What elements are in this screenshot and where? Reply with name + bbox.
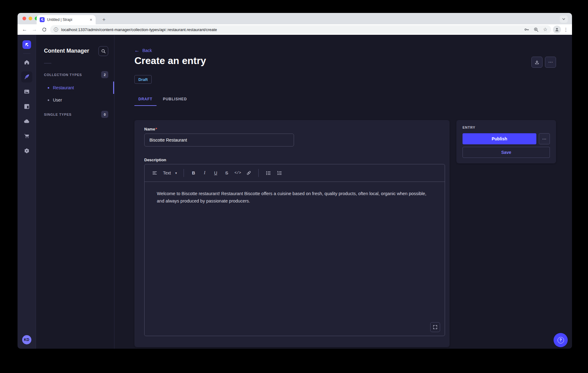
download-icon <box>534 60 539 65</box>
new-tab-button[interactable]: + <box>100 16 108 24</box>
home-icon <box>23 59 30 66</box>
browser-toolbar: ← → i localhost:1337/admin/content-manag… <box>18 24 572 35</box>
sidebar-item-home[interactable] <box>21 57 32 68</box>
sidebar-item-content-type-builder[interactable] <box>21 101 32 112</box>
help-button[interactable]: ? <box>554 333 568 347</box>
browser-menu-icon[interactable]: ⋮ <box>563 27 569 33</box>
section-collection-types: COLLECTION TYPES 2 <box>44 71 108 78</box>
numbered-list-icon <box>277 170 282 176</box>
entry-form-card: Name* Description Text ▾ <box>134 120 450 347</box>
toolbar-separator <box>258 169 259 177</box>
subnav-title: Content Manager <box>44 48 89 54</box>
browser-tab-active[interactable]: Untitled | Strapi × <box>37 15 96 24</box>
bulleted-list-icon <box>266 170 271 176</box>
strikethrough-button[interactable]: S <box>222 168 231 178</box>
more-actions-button[interactable]: ⋯ <box>545 57 556 68</box>
browser-window: Untitled | Strapi × + ← → i localhost:13… <box>18 13 572 349</box>
numbered-list-button[interactable] <box>275 168 284 178</box>
zoom-in-icon[interactable] <box>534 27 539 32</box>
block-style-dropdown[interactable]: Text ▾ <box>161 168 179 178</box>
cart-icon <box>23 133 30 139</box>
section-label: SINGLE TYPES <box>44 113 72 116</box>
name-field-label: Name* <box>144 127 157 131</box>
active-item-indicator <box>113 82 114 94</box>
section-label: COLLECTION TYPES <box>44 73 82 77</box>
publish-button[interactable]: Publish <box>463 133 536 144</box>
link-icon <box>246 170 252 176</box>
sidebar-item-content-manager[interactable] <box>21 71 32 82</box>
main-nav: KD <box>18 35 36 349</box>
tab-title: Untitled | Strapi <box>47 18 86 22</box>
macos-traffic-lights <box>22 17 38 20</box>
status-badge: Draft <box>134 75 152 84</box>
toolbar-separator <box>184 169 184 177</box>
bullet-icon <box>48 99 49 101</box>
reload-icon[interactable] <box>40 26 48 34</box>
back-arrow-icon: ← <box>134 48 140 53</box>
expand-editor-button[interactable] <box>430 322 440 332</box>
export-button[interactable] <box>531 57 542 68</box>
browser-forward-button[interactable]: → <box>30 26 38 34</box>
expand-icon <box>433 325 437 329</box>
tab-published[interactable]: PUBLISHED <box>159 94 191 106</box>
description-field-label: Description <box>144 158 440 162</box>
sidebar-item-restaurant[interactable]: Restaurant <box>36 82 114 94</box>
sidebar-item-marketplace[interactable] <box>21 130 32 142</box>
nav-divider <box>23 53 30 54</box>
close-window-button[interactable] <box>22 17 26 20</box>
media-library-icon <box>23 88 30 95</box>
sidebar-item-label: User <box>53 98 62 102</box>
sidebar-item-label: Restaurant <box>53 85 74 90</box>
page-title: Create an entry <box>134 55 206 66</box>
main-content: ← Back Create an entry Draft ⋯ DRAFT PUB… <box>114 35 572 349</box>
site-info-icon[interactable]: i <box>54 27 58 32</box>
subnav-divider <box>44 63 51 63</box>
sidebar-item-media-library[interactable] <box>21 86 32 97</box>
collection-types-count-badge: 2 <box>101 71 108 78</box>
bullet-icon <box>48 87 49 89</box>
block-style-value: Text <box>163 170 171 175</box>
browser-back-button[interactable]: ← <box>21 26 29 34</box>
bulleted-list-button[interactable] <box>264 168 273 178</box>
chevron-down-icon: ▾ <box>175 171 177 175</box>
user-avatar[interactable]: KD <box>22 335 31 344</box>
entry-more-button[interactable]: ⋯ <box>539 133 550 144</box>
password-key-icon[interactable] <box>524 27 529 32</box>
link-button[interactable] <box>244 168 253 178</box>
sidebar-item-user[interactable]: User <box>36 94 114 106</box>
search-button[interactable] <box>98 46 108 56</box>
save-button[interactable]: Save <box>463 147 550 158</box>
browser-tab-strip: Untitled | Strapi × + <box>18 13 572 24</box>
sidebar-item-cloud[interactable] <box>21 116 32 127</box>
strapi-admin: KD Content Manager COLLECTION TYPES 2 <box>18 35 572 349</box>
name-label-text: Name <box>144 127 155 131</box>
browser-profile-icon[interactable] <box>553 26 561 34</box>
tab-draft[interactable]: DRAFT <box>134 94 157 106</box>
paragraph-align-icon[interactable] <box>150 168 159 178</box>
minimize-window-button[interactable] <box>29 17 32 20</box>
question-mark-icon: ? <box>558 337 564 343</box>
search-icon <box>101 49 106 54</box>
editor-content[interactable]: Welcome to Biscotte restaurant! Restaura… <box>145 182 445 213</box>
code-button[interactable]: </> <box>233 168 242 178</box>
underline-button[interactable]: U <box>211 168 220 178</box>
single-types-count-badge: 0 <box>101 111 108 118</box>
address-bar-actions: ☆ <box>524 27 547 32</box>
address-bar[interactable]: i localhost:1337/admin/content-manager/c… <box>50 25 551 34</box>
tab-close-icon[interactable]: × <box>89 17 93 22</box>
name-input[interactable] <box>144 134 294 146</box>
bookmark-star-icon[interactable]: ☆ <box>543 27 547 32</box>
strapi-logo[interactable] <box>22 40 31 49</box>
url-text[interactable]: localhost:1337/admin/content-manager/col… <box>61 27 521 32</box>
back-link[interactable]: ← Back <box>134 48 152 53</box>
header-actions: ⋯ <box>531 57 556 68</box>
content-manager-subnav: Content Manager COLLECTION TYPES 2 Resta… <box>36 35 114 349</box>
section-single-types: SINGLE TYPES 0 <box>44 111 108 118</box>
bold-button[interactable]: B <box>189 168 198 178</box>
tab-search-chevron-icon[interactable] <box>560 15 568 23</box>
editor-toolbar: Text ▾ B I U S </> <box>145 164 445 182</box>
sidebar-item-settings[interactable] <box>21 145 32 156</box>
description-rich-text-editor[interactable]: Text ▾ B I U S </> <box>144 164 445 336</box>
italic-button[interactable]: I <box>200 168 209 178</box>
entry-panel-title: ENTRY <box>463 126 550 129</box>
